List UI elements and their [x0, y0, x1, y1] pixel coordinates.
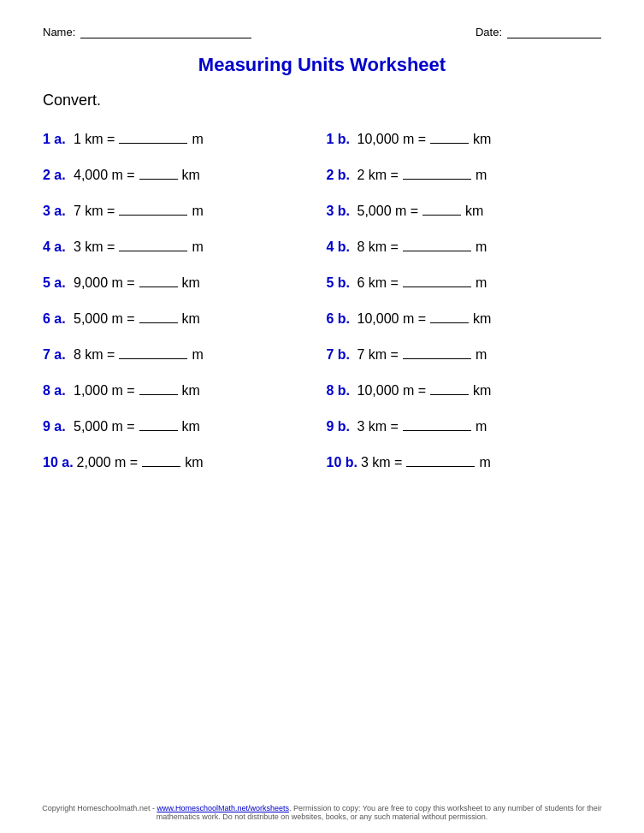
- problem-equation: 1 km =: [74, 132, 115, 147]
- name-field: Name:: [43, 26, 251, 38]
- answer-blank[interactable]: [403, 239, 471, 251]
- problem-row: 7 b.7 km =m: [327, 337, 602, 373]
- problem-equation: 10,000 m =: [357, 311, 427, 327]
- name-underline[interactable]: [80, 27, 251, 38]
- problem-text: 3 km =m: [357, 419, 487, 434]
- answer-blank[interactable]: [139, 168, 178, 180]
- date-label: Date:: [476, 26, 502, 38]
- problem-equation: 1,000 m =: [74, 383, 135, 399]
- unit-label: m: [192, 204, 203, 219]
- unit-label: m: [192, 347, 203, 363]
- answer-blank[interactable]: [119, 347, 187, 359]
- answer-blank[interactable]: [139, 383, 178, 395]
- worksheet-title: Measuring Units Worksheet: [43, 54, 601, 76]
- problem-row: 1 b.10,000 m =km: [327, 121, 602, 157]
- problem-text: 9,000 m =km: [74, 275, 200, 291]
- problem-row: 9 b.3 km =m: [327, 409, 602, 445]
- unit-label: km: [182, 168, 200, 183]
- problem-equation: 3 km =: [74, 239, 115, 255]
- answer-blank[interactable]: [403, 275, 471, 287]
- problem-number: 6 a.: [43, 311, 70, 327]
- problem-number: 6 b.: [327, 311, 354, 327]
- answer-blank[interactable]: [403, 168, 471, 180]
- problem-equation: 8 km =: [357, 239, 399, 255]
- answer-blank[interactable]: [119, 239, 187, 251]
- problem-text: 5,000 m =km: [74, 311, 200, 327]
- problem-equation: 10,000 m =: [357, 132, 427, 147]
- problem-text: 4,000 m =km: [74, 168, 200, 183]
- problem-number: 1 a.: [43, 132, 70, 147]
- answer-blank[interactable]: [430, 132, 469, 144]
- unit-label: km: [182, 383, 200, 399]
- problem-number: 1 b.: [327, 132, 354, 147]
- problem-row: 4 a.3 km =m: [43, 229, 318, 265]
- problem-text: 10,000 m =km: [357, 311, 492, 327]
- problem-number: 8 b.: [327, 383, 354, 399]
- problem-number: 8 a.: [43, 383, 70, 399]
- problem-equation: 4,000 m =: [74, 168, 135, 183]
- unit-label: m: [192, 239, 203, 255]
- problem-text: 8 km =m: [357, 239, 487, 255]
- problem-text: 2 km =m: [357, 168, 487, 183]
- problem-equation: 6 km =: [357, 275, 399, 291]
- problem-number: 9 b.: [327, 419, 354, 434]
- problems-grid: 1 a.1 km =m1 b.10,000 m =km2 a.4,000 m =…: [43, 121, 601, 481]
- problem-row: 2 b.2 km =m: [327, 157, 602, 193]
- answer-blank[interactable]: [430, 311, 469, 323]
- problem-equation: 9,000 m =: [74, 275, 135, 291]
- unit-label: m: [476, 239, 487, 255]
- answer-blank[interactable]: [139, 275, 178, 287]
- problem-equation: 3 km =: [357, 419, 399, 434]
- unit-label: km: [473, 132, 491, 147]
- answer-blank[interactable]: [119, 204, 187, 216]
- unit-label: km: [473, 383, 491, 399]
- answer-blank[interactable]: [139, 419, 178, 431]
- problem-row: 4 b.8 km =m: [327, 229, 602, 265]
- convert-label: Convert.: [43, 92, 601, 109]
- problem-number: 9 a.: [43, 419, 70, 434]
- answer-blank[interactable]: [119, 132, 187, 144]
- problem-text: 3 km =m: [361, 455, 491, 470]
- worksheet-page: Name: Date: Measuring Units Worksheet Co…: [0, 0, 644, 833]
- problem-text: 7 km =m: [357, 347, 487, 363]
- name-label: Name:: [43, 26, 75, 38]
- problem-equation: 8 km =: [74, 347, 115, 363]
- answer-blank[interactable]: [403, 347, 471, 359]
- problem-text: 7 km =m: [74, 204, 204, 219]
- problem-number: 7 b.: [327, 347, 354, 363]
- problem-equation: 7 km =: [74, 204, 115, 219]
- footer-link[interactable]: www.HomeschoolMath.net/worksheets: [157, 804, 289, 812]
- answer-blank[interactable]: [139, 311, 178, 323]
- problem-row: 8 a.1,000 m =km: [43, 373, 318, 409]
- problem-row: 6 a.5,000 m =km: [43, 301, 318, 337]
- unit-label: km: [182, 275, 200, 291]
- problem-number: 5 a.: [43, 275, 70, 291]
- answer-blank[interactable]: [430, 383, 469, 395]
- answer-blank[interactable]: [403, 419, 471, 431]
- problem-number: 7 a.: [43, 347, 70, 363]
- problem-text: 5,000 m =km: [357, 204, 484, 219]
- problem-number: 3 a.: [43, 204, 70, 219]
- problem-row: 9 a.5,000 m =km: [43, 409, 318, 445]
- problem-number: 2 a.: [43, 168, 70, 183]
- problem-row: 10 b.3 km =m: [327, 445, 602, 481]
- problem-text: 1,000 m =km: [74, 383, 200, 399]
- problem-text: 10,000 m =km: [357, 132, 492, 147]
- problem-equation: 2 km =: [357, 168, 399, 183]
- date-underline[interactable]: [507, 27, 601, 38]
- problem-equation: 10,000 m =: [357, 383, 427, 399]
- problem-text: 8 km =m: [74, 347, 204, 363]
- footer-text1: Copyright Homeschoolmath.net -: [42, 804, 157, 812]
- answer-blank[interactable]: [142, 455, 180, 467]
- problem-text: 6 km =m: [357, 275, 487, 291]
- answer-blank[interactable]: [406, 455, 475, 467]
- answer-blank[interactable]: [422, 204, 461, 216]
- problem-row: 3 a.7 km =m: [43, 193, 318, 229]
- problem-number: 4 b.: [327, 239, 354, 255]
- unit-label: m: [479, 455, 490, 470]
- unit-label: km: [465, 204, 483, 219]
- problem-number: 10 a.: [43, 455, 74, 470]
- header-row: Name: Date:: [43, 26, 601, 38]
- unit-label: m: [476, 168, 487, 183]
- problem-number: 4 a.: [43, 239, 70, 255]
